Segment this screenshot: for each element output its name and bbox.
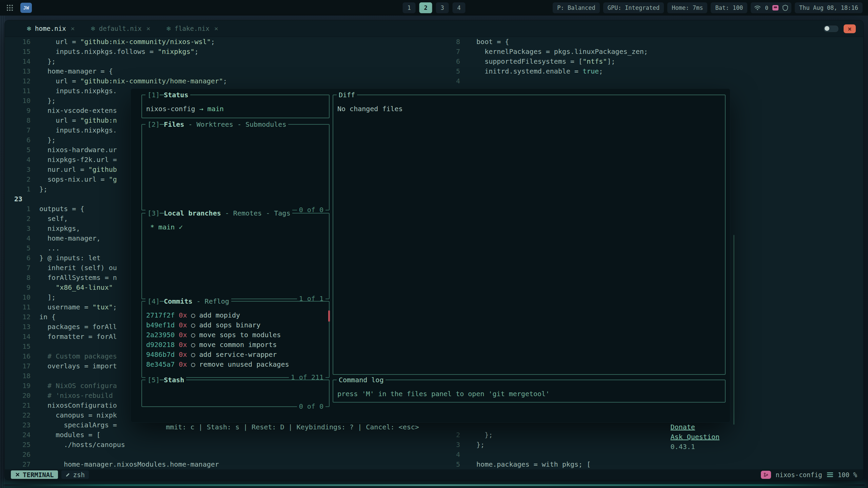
clock[interactable]: Thu Aug 08, 18:16 [795, 2, 863, 13]
line-text: }; [468, 430, 493, 440]
line-number: 25 [5, 440, 31, 450]
line-text: kernelPackages = pkgs.linuxPackages_zen; [468, 47, 648, 57]
line-number: 23 [5, 420, 31, 430]
lazygit-files-panel[interactable]: [2]Files - Worktrees - Submodules 0 of 0 [141, 124, 330, 210]
commit-row[interactable]: d920218 0x ○ move common imports [146, 340, 325, 350]
tab-bar: ❄ home.nix × ❄ default.nix × ❄ flake.nix… [5, 20, 863, 37]
lazygit-status-panel[interactable]: [1]Status nixos-config → main [141, 95, 330, 118]
lazygit-keybindings-bar: mmit: c | Stash: s | Reset: D | Keybindi… [141, 412, 726, 422]
window-close-button[interactable]: × [844, 24, 856, 33]
line-text: # NixOS configura [39, 381, 117, 391]
donate-link[interactable]: Donate [671, 423, 695, 431]
editor-scrollbar[interactable] [733, 235, 734, 425]
line-number: 15 [5, 47, 31, 57]
scroll-percentage: 100 % [838, 471, 857, 479]
stash-count: 0 of 0 [297, 402, 326, 411]
lazygit-commits-panel[interactable]: [4]Commits - Reflog 2717f2f 0x ○ add mop… [141, 301, 330, 378]
logo-badge[interactable]: JW [20, 3, 32, 13]
commit-list: 2717f2f 0x ○ add mopidyb49ef1d 0x ○ add … [142, 302, 329, 371]
code-line[interactable]: 7 kernelPackages = pkgs.linuxPackages_ze… [451, 47, 648, 57]
line-number: 6 [5, 135, 31, 145]
line-text: forAllSystems = n [39, 273, 117, 283]
code-line[interactable]: 4 [451, 450, 468, 460]
code-line[interactable]: 5 home.packages = with pkgs; [ [451, 460, 591, 469]
code-line[interactable]: 4 [451, 76, 468, 86]
line-number: 14 [5, 332, 31, 342]
line-text: supportedFilesystems = ["ntfs"]; [468, 57, 615, 66]
current-branch: → main [195, 105, 224, 113]
branch-icon [764, 472, 768, 477]
notification-count[interactable]: 0 [765, 5, 768, 11]
code-line[interactable]: 6 supportedFilesystems = ["ntfs"]; [451, 57, 615, 66]
screenshare-icon[interactable] [772, 5, 778, 11]
tab-home-nix[interactable]: ❄ home.nix × [26, 24, 75, 33]
line-text: formatter = forAl [39, 332, 117, 342]
gpu-indicator[interactable]: GPU: Integrated [603, 2, 664, 13]
status-panel-title: [1]Status [145, 90, 190, 100]
line-number: 12 [5, 312, 31, 322]
line-number: 1 [5, 204, 31, 214]
toggle-knob [825, 26, 829, 31]
line-number: 5 [451, 460, 460, 469]
code-line[interactable]: 5 initrd.systemd.enable = true; [451, 66, 603, 76]
line-number: 5 [5, 145, 31, 155]
line-number: 2 [5, 175, 31, 184]
tab-close-icon[interactable]: × [71, 24, 75, 33]
code-line[interactable]: 3 }; [451, 440, 485, 450]
commit-row[interactable]: 2717f2f 0x ○ add mopidy [146, 310, 325, 320]
line-number: 21 [5, 401, 31, 410]
commit-row[interactable]: 2a23950 0x ○ move sops to modules [146, 330, 325, 340]
line-number: 5 [451, 66, 460, 76]
workspace-2[interactable]: 2 [419, 2, 432, 13]
app-launcher-icon[interactable] [5, 3, 14, 12]
lazygit-command-log-panel[interactable]: Command log press 'M' in the files panel… [333, 380, 726, 403]
line-text: inherit (self) ou [39, 263, 117, 273]
lines-icon [827, 472, 833, 477]
tab-flake-nix[interactable]: ❄ flake.nix × [166, 24, 218, 33]
line-text: }; [468, 440, 485, 450]
code-line[interactable]: 2 }; [451, 430, 493, 440]
shell-indicator[interactable]: zsh [61, 470, 89, 479]
commit-row[interactable]: 9486b7d 0x ○ add service-wrapper [146, 350, 325, 360]
ask-question-link[interactable]: Ask Question [671, 433, 720, 441]
line-text: canopus = nixpk [39, 410, 117, 420]
line-text: inputs.nixpkgs. [39, 125, 117, 135]
line-number: 7 [451, 47, 460, 57]
line-text: }; [39, 184, 47, 194]
line-number: 5 [5, 243, 31, 253]
line-number: 2 [451, 430, 460, 440]
commits-scrollbar-thumb[interactable] [328, 310, 330, 322]
code-line[interactable]: 8 boot = { [451, 37, 509, 47]
line-number: 4 [451, 450, 460, 460]
line-number: 12 [5, 76, 31, 86]
line-text: nur.url = "github [39, 165, 117, 175]
line-text: overlays = import [39, 361, 117, 371]
lazygit-diff-panel[interactable]: Diff No changed files [333, 95, 726, 375]
workspace-4[interactable]: 4 [453, 2, 466, 13]
lazygit-stash-panel[interactable]: [5]Stash 0 of 0 [141, 380, 330, 407]
lazygit-overlay: [1]Status nixos-config → main Diff No ch… [131, 89, 730, 422]
commit-row[interactable]: 8e345a7 0x ○ remove unused packages [146, 360, 325, 369]
line-number: 8 [451, 37, 460, 47]
battery-indicator[interactable]: Bat: 100 [711, 2, 747, 13]
workspace-3[interactable]: 3 [436, 2, 449, 13]
diff-content: No changed files [333, 95, 725, 115]
pin-toggle[interactable] [823, 25, 839, 33]
tab-close-icon[interactable]: × [146, 24, 151, 33]
line-number: 3 [5, 224, 31, 233]
lazygit-branches-panel[interactable]: [3]Local branches - Remotes - Tags * mai… [141, 213, 330, 299]
repo-label[interactable]: nixos-config [776, 471, 822, 479]
branches-panel-title: [3]Local branches - Remotes - Tags [145, 208, 292, 218]
status-bar: TERMINAL zsh nixos-config [5, 469, 863, 480]
tab-close-icon[interactable]: × [214, 24, 218, 33]
ping-indicator[interactable]: Home: 7ms [667, 2, 707, 13]
tab-default-nix[interactable]: ❄ default.nix × [91, 24, 151, 33]
shield-icon[interactable] [783, 5, 788, 11]
wifi-icon[interactable] [754, 5, 761, 11]
power-profile-indicator[interactable]: P: Balanced [553, 2, 600, 13]
window-controls: × [823, 24, 856, 33]
commit-row[interactable]: b49ef1d 0x ○ add sops binary [146, 320, 325, 330]
line-text: }; [39, 57, 56, 66]
line-number: 4 [5, 233, 31, 243]
workspace-1[interactable]: 1 [403, 2, 416, 13]
